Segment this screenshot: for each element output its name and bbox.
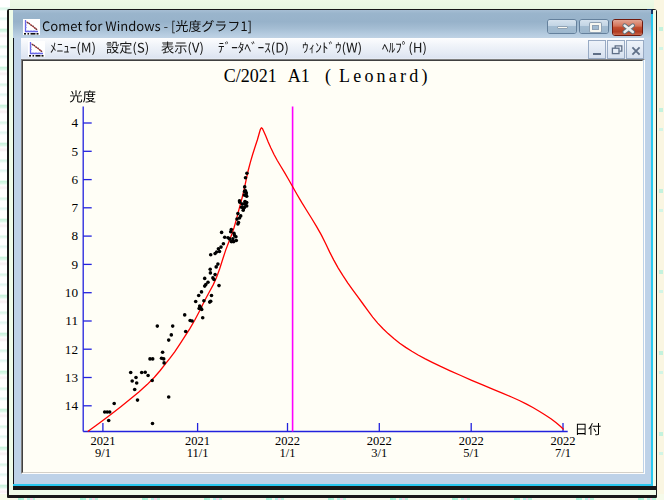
svg-text:7/1: 7/1 — [555, 445, 571, 459]
svg-text:11: 11 — [66, 313, 79, 328]
svg-text:7: 7 — [72, 200, 79, 215]
svg-text:5: 5 — [72, 143, 79, 158]
svg-text:1/1: 1/1 — [280, 445, 296, 459]
svg-text:4: 4 — [72, 115, 79, 130]
svg-text:3/1: 3/1 — [372, 445, 388, 459]
svg-text:14: 14 — [65, 398, 79, 413]
svg-text:5/1: 5/1 — [464, 445, 480, 459]
svg-text:11/1: 11/1 — [187, 445, 209, 459]
svg-text:8: 8 — [72, 228, 79, 243]
svg-text:13: 13 — [65, 369, 79, 384]
svg-text:10: 10 — [65, 285, 79, 300]
svg-text:6: 6 — [72, 171, 79, 186]
svg-text:9: 9 — [72, 256, 79, 271]
svg-text:9/1: 9/1 — [95, 445, 111, 459]
svg-text:12: 12 — [65, 341, 78, 356]
svg-text:C/2021A1(Leonard): C/2021A1(Leonard) — [224, 66, 428, 87]
